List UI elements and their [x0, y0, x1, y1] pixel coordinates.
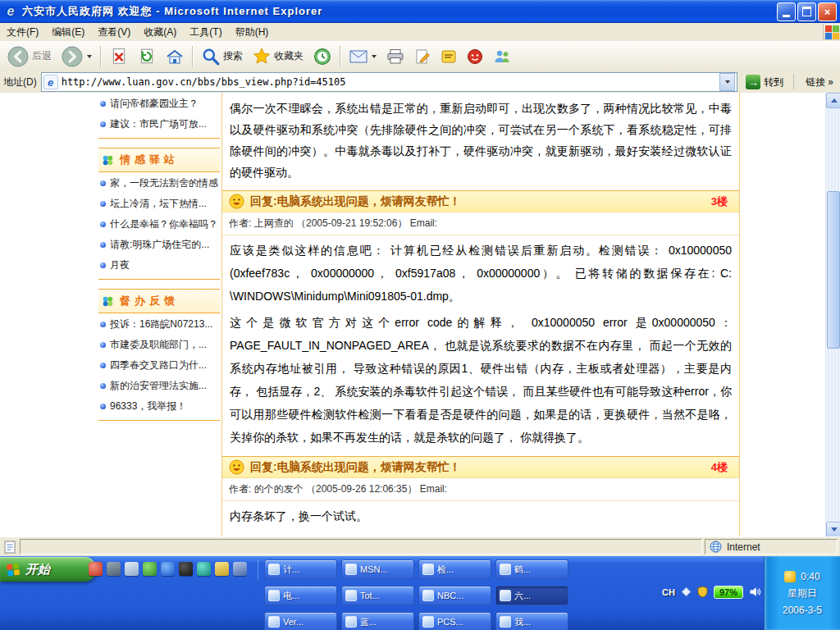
bullet-icon	[100, 201, 106, 207]
discuss-button[interactable]	[436, 47, 461, 66]
toolbar-handle[interactable]	[793, 75, 797, 89]
history-icon	[313, 48, 331, 66]
chat-button[interactable]	[463, 47, 487, 66]
menu-tools[interactable]: 工具(T)	[183, 23, 228, 42]
sidebar-link[interactable]: 市建委及职能部门，...	[98, 335, 220, 355]
taskbar-button[interactable]: Tot...	[341, 586, 414, 605]
go-button[interactable]: → 转到	[742, 74, 788, 90]
sidebar-link[interactable]: 四季春交叉路口为什...	[98, 355, 220, 376]
menu-file[interactable]: 文件(F)	[0, 23, 45, 42]
taskbar-button[interactable]: PCS...	[418, 612, 491, 630]
vertical-scrollbar[interactable]	[825, 93, 840, 537]
menu-view[interactable]: 查看(V)	[91, 23, 137, 42]
sidebar-link[interactable]: 新的治安管理法实施...	[98, 376, 220, 396]
sidebar-link[interactable]: 请教:明珠广场住宅的...	[98, 235, 220, 255]
links-label: 链接	[806, 75, 825, 89]
edit-button[interactable]	[410, 47, 435, 66]
clock-weekday: 星期日	[788, 587, 817, 600]
taskbar-button-active[interactable]: 六...	[495, 586, 568, 605]
taskbar-button[interactable]: 检...	[418, 559, 491, 579]
start-label: 开始	[25, 562, 50, 578]
favorites-button[interactable]: 收藏夹	[249, 46, 308, 67]
taskbar-button[interactable]: 电...	[264, 586, 337, 605]
stop-button[interactable]	[106, 46, 132, 67]
task-buttons: 计... MSN... 检... 鹤... 电... Tot... NBC...…	[264, 559, 612, 630]
app-icon	[500, 564, 511, 575]
windows-flag-icon	[6, 562, 21, 577]
scroll-down-button[interactable]	[826, 522, 840, 537]
url-text[interactable]: http://www.luan.gov.cn/bbs/bbs_view.php?…	[62, 76, 717, 88]
sidebar-link[interactable]: 坛上冷清，坛下热情...	[98, 194, 220, 214]
bullet-icon	[100, 180, 106, 186]
scrollbar-thumb[interactable]	[827, 191, 840, 349]
minimize-button[interactable]	[777, 2, 796, 21]
search-button[interactable]: 搜索	[198, 46, 247, 67]
links-button[interactable]: 链接 »	[802, 75, 837, 89]
quick-launch-icon-7[interactable]	[197, 562, 211, 576]
app-icon	[268, 564, 280, 575]
sidebar-link[interactable]: 请问帝都豪园业主？	[98, 94, 220, 114]
sidebar-link[interactable]: 什么是幸福？你幸福吗？	[98, 214, 220, 235]
quick-launch-icon-9[interactable]	[233, 562, 247, 576]
sidebar-link[interactable]: 投诉：16路皖N07213...	[98, 314, 220, 335]
smiley-icon	[229, 459, 244, 475]
address-dropdown-button[interactable]	[719, 73, 735, 91]
sidebar-link[interactable]: 96333，我举报！	[98, 396, 220, 417]
start-button[interactable]: 开始	[0, 557, 96, 582]
tray-app-icon[interactable]	[784, 571, 796, 582]
back-icon	[7, 46, 29, 67]
post-text: 偶尔一次不理睬会，系统出错是正常的，重新启动即可，出现次数多了，两种情况比较常见…	[230, 93, 732, 183]
taskbar-button[interactable]: Ver...	[264, 612, 337, 630]
reply-header-3: 回复:电脑系统出现问题，烦请网友帮忙！ 3楼	[222, 190, 739, 212]
sidebar-link[interactable]: 家，一段无法割舍的情感	[98, 173, 220, 194]
title-bar: e 六安市人民政府网 欢迎您 - Microsoft Internet Expl…	[0, 0, 840, 23]
battery-indicator[interactable]: 97%	[714, 586, 743, 599]
quick-launch-icon-1[interactable]	[89, 562, 103, 576]
quick-launch-icon-8[interactable]	[215, 562, 229, 576]
tray-shield-icon[interactable]	[697, 586, 708, 600]
taskbar-button[interactable]: 计...	[264, 559, 337, 579]
mail-button[interactable]	[345, 48, 381, 65]
menu-favorites[interactable]: 收藏(A)	[137, 23, 183, 42]
quick-launch-icon-5[interactable]	[161, 562, 175, 576]
print-button[interactable]	[382, 47, 409, 66]
system-tray: CH 97%	[662, 583, 761, 601]
chat-icon	[467, 48, 483, 65]
taskbar-button[interactable]: MSN...	[341, 559, 414, 579]
app-icon	[422, 616, 434, 628]
sidebar-link[interactable]: 月夜	[98, 255, 220, 276]
standard-buttons-toolbar: 后退 搜索 收藏夹	[0, 41, 840, 72]
quick-launch-icon-6[interactable]	[179, 562, 193, 576]
sidebar-link[interactable]: 建议：市民广场可放...	[98, 114, 220, 135]
menu-edit[interactable]: 编辑(E)	[45, 23, 91, 42]
quick-launch-icon-2[interactable]	[107, 562, 121, 576]
forward-button[interactable]	[57, 44, 96, 69]
address-input[interactable]: e http://www.luan.gov.cn/bbs/bbs_view.ph…	[41, 72, 738, 92]
home-button[interactable]	[162, 47, 188, 66]
maximize-button[interactable]	[797, 2, 816, 21]
quick-launch-icon-4[interactable]	[143, 562, 157, 576]
sidebar-section-feedback: 督办反馈	[98, 289, 220, 313]
history-button[interactable]	[309, 46, 336, 67]
taskbar-button[interactable]: 蓝...	[341, 612, 414, 630]
menu-help[interactable]: 帮助(H)	[229, 23, 276, 42]
back-button[interactable]: 后退	[3, 44, 56, 69]
browser-viewport: 请问帝都豪园业主？ 建议：市民广场可放... 情感驿站 家，一段无法割舍的情感 …	[0, 93, 840, 537]
tray-diamond-icon[interactable]	[681, 587, 692, 599]
refresh-button[interactable]	[134, 46, 160, 67]
taskbar-button[interactable]: NBC...	[418, 586, 491, 605]
taskbar-button[interactable]: 我...	[495, 612, 568, 630]
arrow-down-icon	[831, 527, 838, 532]
taskbar-button[interactable]: 鹤...	[495, 559, 568, 579]
go-arrow-icon: →	[746, 75, 760, 89]
print-icon	[386, 48, 404, 65]
mail-dropdown-icon[interactable]	[372, 55, 377, 58]
forward-dropdown-icon[interactable]	[87, 55, 92, 58]
messenger-button[interactable]	[489, 47, 515, 66]
close-button[interactable]: ×	[818, 2, 837, 21]
quick-launch-icon-3[interactable]	[125, 562, 139, 576]
language-indicator[interactable]: CH	[662, 587, 675, 597]
clock-panel[interactable]: 0:40 星期日 2006-3-5	[764, 556, 840, 630]
volume-icon[interactable]	[749, 586, 761, 600]
scroll-up-button[interactable]	[826, 93, 840, 108]
